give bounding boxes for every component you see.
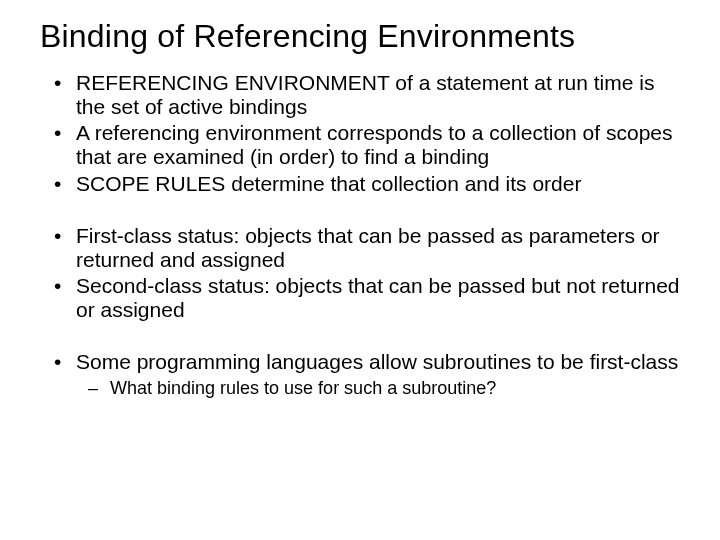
bullet-item: Second-class status: objects that can be… [76, 274, 680, 322]
bullet-item: First-class status: objects that can be … [76, 224, 680, 272]
bullet-item: SCOPE RULES determine that collection an… [76, 172, 680, 196]
bullet-text: Some programming languages allow subrout… [76, 350, 678, 373]
slide-title: Binding of Referencing Environments [40, 18, 680, 55]
slide-body: REFERENCING ENVIRONMENT of a statement a… [40, 71, 680, 399]
bullet-item: A referencing environment corresponds to… [76, 121, 680, 169]
bullet-list: Some programming languages allow subrout… [40, 350, 680, 399]
bullet-list: REFERENCING ENVIRONMENT of a statement a… [40, 71, 680, 196]
bullet-item: REFERENCING ENVIRONMENT of a statement a… [76, 71, 680, 119]
slide: Binding of Referencing Environments REFE… [0, 0, 720, 540]
bullet-item: Some programming languages allow subrout… [76, 350, 680, 399]
spacer [40, 198, 680, 224]
bullet-list: First-class status: objects that can be … [40, 224, 680, 323]
sub-bullet-item: What binding rules to use for such a sub… [110, 378, 680, 399]
spacer [40, 324, 680, 350]
sub-bullet-list: What binding rules to use for such a sub… [76, 378, 680, 399]
